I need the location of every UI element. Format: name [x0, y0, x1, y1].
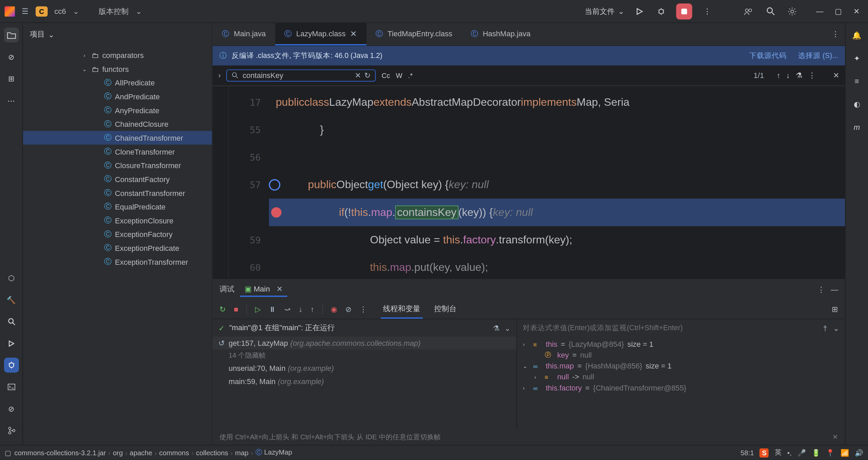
stop-button[interactable]: [676, 3, 692, 19]
run-icon[interactable]: [633, 4, 647, 18]
hidden-frames-label[interactable]: 14 个隐藏帧: [213, 349, 517, 362]
chevron-icon[interactable]: ›: [534, 374, 541, 380]
frames-list[interactable]: ↺get:157, LazyMap (org.apache.commons.co…: [213, 336, 517, 429]
project-tree[interactable]: › 🗀 comparators ⌄ 🗀 functors ⒸAllPredica…: [23, 46, 212, 445]
ai-icon[interactable]: ✦: [849, 51, 864, 65]
tree-item[interactable]: ⒸCloneTransformer: [23, 145, 212, 159]
tabs-menu-icon[interactable]: ⋮: [826, 23, 845, 45]
more-tools-icon[interactable]: ⋯: [4, 93, 19, 108]
frame-item[interactable]: ↺get:157, LazyMap (org.apache.commons.co…: [213, 336, 517, 349]
tree-item[interactable]: ⒸAndPredicate: [23, 89, 212, 103]
debug-tab-label[interactable]: 调试: [219, 284, 234, 294]
location-icon[interactable]: 📍: [826, 449, 834, 457]
mute-breakpoints-icon[interactable]: ⊘: [345, 305, 352, 313]
notifications-icon[interactable]: 🔔: [849, 27, 864, 42]
tree-item[interactable]: ⒸEqualPredicate: [23, 200, 212, 214]
close-find-icon[interactable]: ✕: [833, 71, 840, 80]
structure-tool-icon[interactable]: ⊞: [4, 71, 19, 86]
frame-item[interactable]: main:59, Main (org.example): [213, 375, 517, 388]
breadcrumb-item[interactable]: collections: [196, 449, 228, 457]
breadcrumb-item[interactable]: commons: [159, 449, 189, 457]
filter-icon[interactable]: ⚗: [796, 71, 803, 80]
tree-item[interactable]: ⒸConstantTransformer: [23, 186, 212, 200]
tree-item[interactable]: ⒸExceptionPredicate: [23, 241, 212, 255]
breadcrumb[interactable]: commons-collections-3.2.1.jar›org›apache…: [14, 448, 292, 458]
ime-label[interactable]: 英: [775, 448, 782, 458]
tree-item[interactable]: ⒸChainedClosure: [23, 117, 212, 131]
clear-icon[interactable]: ✕: [355, 71, 361, 80]
database-icon[interactable]: ≡: [849, 74, 864, 88]
console-tab[interactable]: 控制台: [432, 300, 459, 318]
run-config-selector[interactable]: 当前文件 ⌄: [585, 6, 624, 16]
more-icon[interactable]: ⋮: [817, 285, 825, 294]
tree-item[interactable]: ⒸAnyPredicate: [23, 103, 212, 117]
volume-icon[interactable]: 🔊: [855, 449, 863, 457]
services-icon[interactable]: ⬡: [4, 271, 19, 285]
breadcrumb-item[interactable]: org: [113, 449, 123, 457]
tree-item[interactable]: ⒸExceptionClosure: [23, 214, 212, 227]
tree-item[interactable]: ⒸConstantFactory: [23, 172, 212, 186]
editor-tab[interactable]: ⒸLazyMap.class✕: [275, 23, 366, 45]
tree-item[interactable]: ⒸClosureTransformer: [23, 158, 212, 172]
build-icon[interactable]: 🔨: [4, 292, 19, 307]
maven-icon[interactable]: m: [849, 119, 864, 134]
variable-row[interactable]: ›≡this = {LazyMap@854} size = 1: [523, 339, 839, 349]
chevron-icon[interactable]: ›: [523, 385, 529, 391]
minimize-icon[interactable]: —: [813, 4, 827, 18]
problems-icon[interactable]: ⊘: [4, 401, 19, 416]
code-area[interactable]: public class LazyMap extends AbstractMap…: [269, 86, 845, 278]
choose-sources-link[interactable]: 选择源 (S)...: [798, 51, 838, 61]
tree-folder-comparators[interactable]: › 🗀 comparators: [23, 48, 212, 62]
vcs-menu[interactable]: 版本控制: [99, 6, 129, 16]
project-header[interactable]: 项目 ⌄: [23, 23, 212, 46]
search-icon[interactable]: [764, 4, 777, 18]
prev-match-icon[interactable]: ↑: [777, 71, 780, 80]
debug-icon[interactable]: [654, 4, 668, 18]
settings-icon[interactable]: [785, 4, 799, 18]
step-out-icon[interactable]: ↑: [310, 305, 314, 313]
caret-pos[interactable]: 58:1: [740, 449, 754, 457]
tree-folder-functors[interactable]: ⌄ 🗀 functors: [23, 62, 212, 76]
main-menu-icon[interactable]: ☰: [22, 7, 28, 15]
battery-icon[interactable]: 🔋: [812, 449, 820, 457]
rerun-icon[interactable]: ↻: [219, 305, 226, 313]
minimize-panel-icon[interactable]: —: [831, 285, 838, 294]
tree-item[interactable]: ⒸExceptionFactory: [23, 227, 212, 241]
tree-item[interactable]: ⒸChainedTransformer: [23, 131, 212, 145]
line-number-breakpoint[interactable]: [229, 199, 269, 226]
next-match-icon[interactable]: ↓: [786, 71, 790, 80]
breadcrumb-item[interactable]: map: [235, 449, 249, 457]
breadcrumb-item[interactable]: commons-collections-3.2.1.jar: [14, 449, 106, 457]
nav-icon[interactable]: ▢: [5, 449, 11, 457]
tree-item[interactable]: ⒸExceptionTransformer: [23, 255, 212, 269]
debug-config-tab[interactable]: ▣ Main ✕: [240, 282, 288, 296]
find-input[interactable]: [243, 71, 351, 80]
tray-more-icon[interactable]: •,: [787, 449, 792, 457]
chevron-down-icon[interactable]: ⌄: [833, 323, 840, 332]
regex-toggle[interactable]: .*: [408, 72, 413, 80]
maximize-icon[interactable]: ▢: [831, 4, 845, 18]
step-over-icon[interactable]: ⤻: [284, 305, 291, 313]
code-with-me-icon[interactable]: [741, 4, 755, 18]
pause-icon[interactable]: ⏸: [269, 305, 276, 313]
evaluate-input[interactable]: [523, 324, 823, 332]
variables-list[interactable]: ›≡this = {LazyMap@854} size = 1ⓟkey = nu…: [517, 336, 845, 429]
find-input-wrap[interactable]: ✕ ↻: [227, 69, 376, 82]
more-icon[interactable]: ⋮: [360, 305, 367, 313]
thread-status[interactable]: "main"@1 在组"main": 正在运行: [229, 323, 335, 333]
variable-row[interactable]: ⌄∞this.map = {HashMap@856} size = 1: [523, 361, 839, 372]
ime-icon[interactable]: S: [760, 448, 769, 457]
find-icon[interactable]: [4, 314, 19, 329]
project-name[interactable]: cc6: [54, 7, 66, 15]
chevron-down-icon[interactable]: ⌄: [73, 7, 79, 15]
frame-item[interactable]: unserial:70, Main (org.example): [213, 362, 517, 375]
project-tool-icon[interactable]: [4, 27, 19, 42]
filter-icon[interactable]: ⚗: [493, 323, 500, 332]
variable-row[interactable]: ›∞this.factory = {ChainedTransformer@855…: [523, 382, 839, 393]
chevron-right-icon[interactable]: ›: [218, 71, 221, 80]
chevron-down-icon[interactable]: ⌄: [136, 7, 142, 15]
breadcrumb-item[interactable]: Ⓒ LazyMap: [255, 448, 292, 458]
resume-icon[interactable]: ▷: [255, 305, 261, 313]
chevron-icon[interactable]: ›: [523, 341, 529, 347]
download-sources-link[interactable]: 下载源代码: [749, 51, 787, 61]
